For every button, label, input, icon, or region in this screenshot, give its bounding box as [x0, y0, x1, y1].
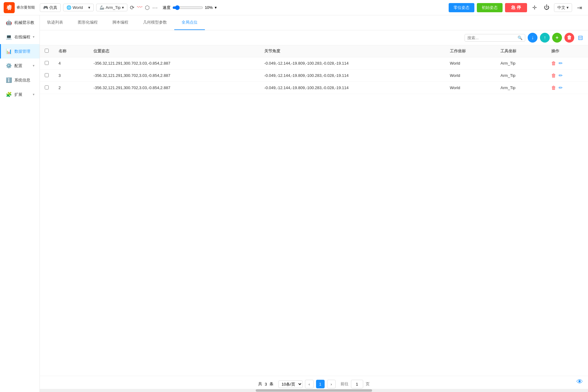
row-actions-2: 🗑 ✏: [546, 82, 588, 94]
delete-icon: 🗑: [567, 35, 572, 40]
table-row: 4 -356.32,121.291,300.702,3.03,-0.854,2.…: [40, 57, 588, 70]
row-checkbox-2: [40, 82, 54, 94]
eye-icon[interactable]: 👁: [576, 378, 583, 386]
tab-trajectory[interactable]: 轨迹列表: [40, 15, 70, 30]
tab-graphical[interactable]: 图形化编程: [70, 15, 105, 30]
system-info-icon: ℹ️: [6, 77, 12, 83]
zero-pose-button[interactable]: 零位姿态: [449, 3, 474, 12]
tabs-bar: 轨迹列表 图形化编程 脚本编程 几何模型参数 全局点位: [40, 15, 588, 30]
chevron-down-icon2: ▾: [122, 5, 124, 10]
edit-row-0-button[interactable]: ✏: [559, 60, 563, 66]
sidebar-item-system-info[interactable]: ℹ️ 系统信息: [0, 73, 40, 87]
sidebar-item-teach[interactable]: 🤖 机械臂示教: [0, 15, 40, 30]
sidebar-item-extend[interactable]: 🧩 扩展 ▾: [0, 87, 40, 102]
language-selector[interactable]: 中文 ▾: [554, 3, 572, 12]
add-icon: +: [556, 35, 558, 40]
search-input[interactable]: [467, 36, 516, 40]
table-row: 3 -356.32,121.291,300.702,3.03,-0.854,2.…: [40, 70, 588, 82]
tab-global-points[interactable]: 全局点位: [174, 15, 205, 30]
col-header-checkbox: [40, 45, 54, 57]
row-toolframe-1: Arm_Tip: [496, 70, 546, 82]
col-header-workframe: 工作坐标: [445, 45, 496, 57]
scrollbar-thumb: [256, 389, 372, 392]
row-select-0[interactable]: [45, 61, 49, 65]
total-count: 3: [265, 382, 267, 386]
sidebar-item-online-prog[interactable]: 💻 在线编程 ▾: [0, 30, 40, 44]
data-mgmt-icon: 📊: [6, 48, 12, 54]
upload-button[interactable]: ↑: [540, 33, 550, 43]
top-navigation: 睿 睿尔曼智能 🎮 仿真 🌐 World ▾ 🦾 Arm_Tip ▾ ⟳ 〰 ⬡…: [0, 0, 588, 15]
chevron-icon: ▾: [33, 35, 35, 39]
power-button[interactable]: ⏻: [542, 3, 552, 13]
simulation-icon: 🎮: [43, 5, 48, 10]
content-area: 轨迹列表 图形化编程 脚本编程 几何模型参数 全局点位 🔍 ↓ ↑: [40, 15, 588, 392]
goto-label: 前往: [341, 381, 349, 387]
delete-row-2-button[interactable]: 🗑: [551, 85, 556, 91]
delete-row-1-button[interactable]: 🗑: [551, 73, 556, 78]
add-point-button[interactable]: +: [552, 33, 562, 43]
add-nav-button[interactable]: ✛: [530, 3, 539, 13]
tab-script[interactable]: 脚本编程: [105, 15, 136, 30]
upload-icon: ↑: [544, 35, 546, 40]
chevron-icon2: ▾: [33, 64, 35, 68]
prev-page-button[interactable]: ‹: [305, 380, 314, 388]
config-icon: ⚙️: [6, 63, 12, 69]
speed-slider[interactable]: [172, 5, 203, 10]
sidebar-item-data-management[interactable]: 📊 数据管理: [0, 44, 40, 58]
row-joints-1: -0.049,-12.144,-19.809,-100.283,-0.028,-…: [259, 70, 445, 82]
sidebar: 🤖 机械臂示教 💻 在线编程 ▾ 📊 数据管理 ⚙️ 配置 ▾ ℹ️ 系统信息 …: [0, 15, 40, 392]
row-joints-2: -0.049,-12.144,-19.809,-100.283,-0.028,-…: [259, 82, 445, 94]
simulation-button[interactable]: 🎮 仿真: [40, 3, 61, 12]
row-name-1: 3: [54, 70, 89, 82]
select-all-checkbox[interactable]: [45, 49, 49, 53]
arm-tip-dropdown[interactable]: 🦾 Arm_Tip ▾: [96, 4, 127, 11]
tab-geo-params[interactable]: 几何模型参数: [136, 15, 174, 30]
chevron-down-icon4: ▾: [567, 5, 569, 10]
panel-toggle-icon[interactable]: ⊟: [578, 34, 583, 41]
row-name-2: 2: [54, 82, 89, 94]
page-size-select[interactable]: 10条/页 20条/页 50条/页: [278, 380, 303, 388]
emergency-stop-button[interactable]: 急 停: [505, 3, 527, 12]
download-button[interactable]: ↓: [528, 33, 537, 43]
table-toolbar: 🔍 ↓ ↑ + 🗑 ⊟: [40, 30, 588, 45]
delete-all-button[interactable]: 🗑: [564, 33, 574, 43]
bottom-scrollbar[interactable]: [40, 389, 588, 392]
total-label: 共: [258, 381, 262, 387]
chevron-down-icon3: ▾: [215, 5, 217, 10]
logout-button[interactable]: ⇥: [575, 3, 584, 13]
search-icon: 🔍: [518, 36, 522, 40]
chevron-icon3: ▾: [33, 92, 35, 96]
logo-icon: 睿: [4, 2, 15, 13]
speed-value: 10%: [205, 5, 213, 10]
table-row: 2 -356.32,121.291,300.702,3.03,-0.854,2.…: [40, 82, 588, 94]
icon3: ⬡: [145, 4, 150, 11]
col-header-toolframe: 工具坐标: [496, 45, 546, 57]
edit-row-2-button[interactable]: ✏: [559, 85, 563, 91]
speed-label: 速度: [163, 5, 171, 10]
main-layout: 🤖 机械臂示教 💻 在线编程 ▾ 📊 数据管理 ⚙️ 配置 ▾ ℹ️ 系统信息 …: [0, 15, 588, 392]
table-area: 🔍 ↓ ↑ + 🗑 ⊟: [40, 30, 588, 376]
speed-area: 速度 10% ▾: [163, 5, 217, 10]
row-pose-1: -356.32,121.291,300.702,3.03,-0.854,2.88…: [89, 70, 259, 82]
col-header-pose: 位置姿态: [89, 45, 259, 57]
row-select-2[interactable]: [45, 85, 49, 89]
row-pose-0: -356.32,121.291,300.702,3.03,-0.854,2.88…: [89, 57, 259, 70]
row-select-1[interactable]: [45, 73, 49, 77]
col-header-actions: 操作: [546, 45, 588, 57]
row-actions-0: 🗑 ✏: [546, 57, 588, 70]
teach-icon: 🤖: [6, 20, 12, 25]
goto-page-input[interactable]: [351, 380, 363, 388]
arm-icon: 🦾: [100, 5, 104, 10]
world-dropdown[interactable]: 🌐 World ▾: [63, 4, 94, 11]
sidebar-item-config[interactable]: ⚙️ 配置 ▾: [0, 58, 40, 73]
init-pose-button[interactable]: 初始姿态: [477, 3, 503, 12]
icon2: 〰: [137, 4, 142, 11]
edit-row-1-button[interactable]: ✏: [559, 73, 563, 78]
logo-text: 睿尔曼智能: [17, 5, 35, 10]
row-checkbox-1: [40, 70, 54, 82]
delete-row-0-button[interactable]: 🗑: [551, 61, 556, 66]
page-1-button[interactable]: 1: [316, 380, 325, 388]
next-page-button[interactable]: ›: [327, 380, 336, 388]
logout-icon: ⇥: [577, 4, 582, 11]
icon4: ⋯: [152, 4, 158, 11]
